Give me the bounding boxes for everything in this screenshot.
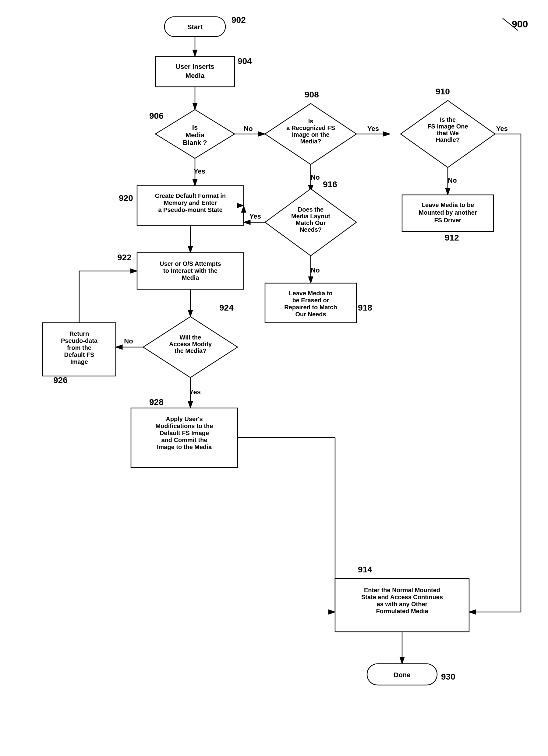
label-924-no: No (124, 337, 133, 345)
node-904-label1: User Inserts (175, 63, 214, 70)
node-918-label2: be Erased or (292, 297, 329, 304)
node-908-label1: Is (308, 118, 314, 125)
node-924-label2: Access Modify (169, 341, 212, 347)
node-912-label1: Leave Media to be (422, 202, 474, 208)
label-916-yes: Yes (249, 213, 261, 220)
label-906: 906 (149, 111, 163, 121)
label-908-yes: Yes (367, 125, 379, 132)
node-916-label1: Does the (298, 206, 324, 213)
node-908-label4: Media? (300, 138, 322, 145)
node-910-label2: FS Image One (427, 123, 468, 130)
node-906-label1: Is (192, 124, 198, 131)
node-914-label4: Formulated Media (376, 608, 428, 614)
label-906-no: No (244, 125, 252, 132)
label-904: 904 (237, 56, 252, 66)
node-928-label3: Default FS Image (160, 430, 209, 436)
node-926-label5: Image (70, 358, 88, 365)
node-926-label4: Default FS (64, 351, 94, 358)
start-label: Start (187, 23, 203, 31)
done-label: Done (394, 671, 411, 679)
label-916-no: No (311, 266, 320, 274)
node-928-label4: and Commit the (161, 437, 207, 443)
node-908-label2: a Recognized FS (286, 125, 335, 131)
node-912-label3: FS Driver (434, 217, 462, 223)
node-922-label3: Media (182, 274, 199, 281)
node-906-label2: Media (185, 131, 205, 139)
label-914: 914 (358, 565, 372, 574)
flowchart-diagram: 900 Start 902 User Inserts Media 904 Is … (0, 0, 548, 756)
label-908: 908 (305, 90, 319, 99)
label-926: 926 (53, 375, 68, 385)
node-910-label1: Is the (440, 116, 456, 123)
label-910-yes: Yes (496, 125, 508, 132)
node-928-label1: Apply User's (166, 416, 202, 422)
node-916-label2: Media Layout (291, 213, 330, 220)
label-930: 930 (441, 672, 455, 681)
label-922: 922 (117, 253, 132, 262)
node-906-label3: Blank ? (183, 139, 207, 146)
node-904-label2: Media (185, 72, 205, 79)
node-920-label2: Memory and Enter (164, 199, 217, 206)
node-918-label3: Repaired to Match (284, 304, 337, 311)
label-910: 910 (436, 87, 450, 96)
node-926-label3: from the (67, 344, 91, 351)
node-916-label4: Needs? (300, 226, 322, 233)
node-914-label1: Enter the Normal Mounted (364, 587, 440, 593)
node-924-label1: Will the (180, 334, 201, 341)
node-918-label1: Leave Media to (289, 290, 332, 297)
node-922-label2: to Interact with the (163, 267, 217, 274)
node-926-label1: Return (69, 330, 89, 337)
label-908-no: No (311, 174, 320, 181)
node-910-label4: Handle? (436, 136, 460, 143)
node-924-label3: the Media? (174, 347, 206, 354)
label-912: 912 (445, 233, 459, 242)
label-918: 918 (358, 303, 372, 312)
label-924-yes: Yes (189, 388, 201, 396)
node-920-label3: a Pseudo-mount State (158, 206, 222, 213)
label-928: 928 (149, 397, 163, 407)
label-916: 916 (323, 180, 337, 189)
node-910-label3: that We (437, 130, 459, 136)
node-912-label2: Mounted by another (419, 209, 477, 216)
node-920-label1: Create Default Format in (155, 192, 226, 199)
node-914-label2: State and Access Continues (361, 594, 443, 600)
node-928-label2: Modifications to the (156, 423, 213, 429)
node-916-label3: Match Our (296, 220, 326, 226)
node-922-label1: User or O/S Attempts (160, 260, 221, 267)
label-924: 924 (219, 303, 233, 312)
node-914-label3: as with any Other (377, 601, 428, 607)
node-908-label3: Image on the (292, 131, 329, 138)
label-910-no: No (448, 177, 457, 184)
node-928-label5: Image to the Media (157, 444, 212, 450)
label-920: 920 (119, 193, 133, 203)
label-906-yes: Yes (194, 167, 205, 175)
label-902: 902 (231, 15, 246, 25)
node-918-label4: Our Needs (295, 311, 326, 318)
node-926-label2: Pseudo-data (61, 337, 98, 344)
